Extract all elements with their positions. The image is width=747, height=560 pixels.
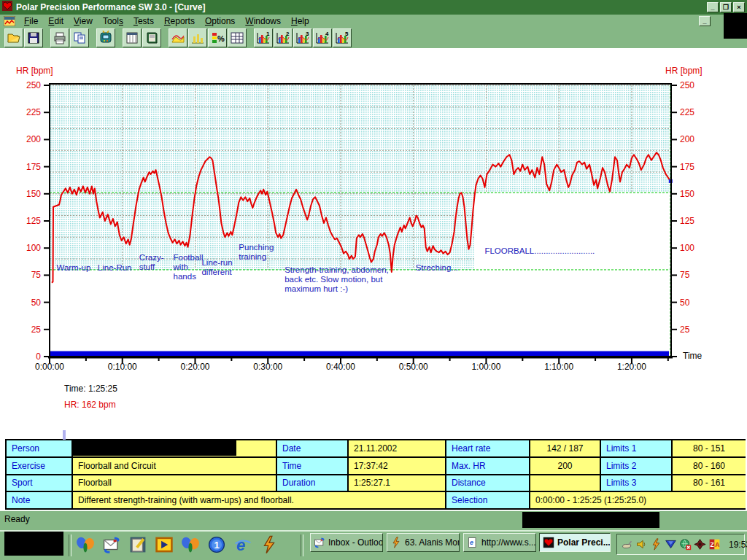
table-cell-sport: Sport — [7, 475, 71, 491]
svg-text:e: e — [236, 536, 245, 554]
table-cell-value: 0:00:00 - 1:25:25 (1:25:25.0) — [530, 492, 746, 508]
quicklaunch-winamp-icon[interactable] — [258, 534, 280, 556]
table-cell-limits-1: Limits 1 — [601, 440, 671, 456]
table-cell-value: Floorball and Circuit — [73, 458, 276, 474]
menu-item-edit[interactable]: Edit — [43, 15, 69, 27]
svg-text:HR: 162 bpm: HR: 162 bpm — [64, 400, 116, 410]
percent-icon: % — [210, 31, 225, 45]
table-cell-value: 17:37:42 — [349, 458, 445, 474]
mdi-minimize-button[interactable]: _ — [699, 16, 711, 26]
svg-text:FLOORBALL.....................: FLOORBALL.......................... — [484, 246, 595, 255]
svg-text:200: 200 — [680, 134, 694, 144]
table-cell-value: Different strength-training (with warm-u… — [73, 492, 445, 508]
svg-text:Crazy-: Crazy- — [139, 253, 164, 262]
menu-bar: FileEditViewToolsTestsReportsOptionsWind… — [0, 15, 747, 28]
svg-text:with: with — [173, 262, 188, 271]
svg-text:0:10:00: 0:10:00 — [108, 362, 137, 372]
redaction-box-start-button[interactable] — [4, 532, 63, 556]
svg-text:Time: 1:25:25: Time: 1:25:25 — [64, 384, 117, 394]
tray-down-triangle-icon[interactable] — [665, 538, 677, 551]
table-cell-value: 142 / 187 — [530, 440, 600, 456]
close-button[interactable]: × — [733, 2, 745, 12]
table-cell-note: Note — [7, 492, 71, 508]
toolbar-button-bar-chart[interactable] — [188, 28, 207, 47]
tray-bird-icon[interactable] — [694, 538, 706, 551]
task-button-http-www-s-[interactable]: ehttp://www.s... — [463, 533, 536, 552]
minimize-button[interactable]: _ — [707, 2, 719, 12]
task-button-polar-preci-[interactable]: Polar Preci... — [539, 533, 611, 552]
table-cell-duration: Duration — [277, 475, 347, 491]
svg-text:Football: Football — [174, 253, 204, 262]
toolbar-button-device[interactable] — [96, 28, 115, 47]
toolbar-button-save[interactable] — [24, 28, 43, 47]
menu-item-tools[interactable]: Tools — [98, 15, 128, 27]
svg-text:25: 25 — [31, 324, 42, 335]
quicklaunch-msn-butterfly-icon[interactable] — [74, 534, 96, 556]
menu-item-options[interactable]: Options — [200, 15, 240, 27]
table-cell-heart-rate: Heart rate — [446, 440, 529, 456]
svg-text:150: 150 — [26, 189, 41, 199]
toolbar-button-chart-1[interactable]: 1 — [254, 28, 273, 47]
quicklaunch-outlook-icon[interactable] — [101, 534, 123, 556]
svg-text:125: 125 — [26, 216, 41, 226]
toolbar-button-open[interactable] — [4, 28, 23, 47]
table-cell-value: 200 — [530, 458, 600, 474]
toolbar-button-diary[interactable] — [123, 28, 142, 47]
toolbar-button-percent[interactable]: % — [208, 28, 227, 47]
chart-5-icon: 5 — [335, 31, 349, 45]
quicklaunch-one-circle-icon[interactable]: 1 — [206, 534, 228, 556]
svg-text:Warm-up: Warm-up — [56, 263, 90, 272]
winamp-icon — [390, 537, 402, 548]
polar-heart-icon — [543, 537, 554, 548]
quicklaunch-msn-butterfly-icon[interactable] — [179, 534, 201, 556]
menu-item-tests[interactable]: Tests — [128, 15, 159, 27]
chart-2-icon: 2 — [276, 31, 290, 45]
svg-text:1:00:00: 1:00:00 — [471, 362, 500, 372]
toolbar-button-area-chart[interactable] — [169, 28, 187, 47]
svg-text:175: 175 — [680, 162, 694, 172]
table-cell-value: 80 - 161 — [673, 475, 746, 491]
menu-item-reports[interactable]: Reports — [159, 15, 200, 27]
task-button-inbox-outloo-[interactable]: Inbox - Outloo... — [310, 533, 383, 552]
svg-text:Strength-training, abdomen,: Strength-training, abdomen, — [285, 265, 389, 274]
system-tray: ZA19:53 — [616, 534, 745, 555]
toolbar-button-chart-2[interactable]: 2 — [274, 28, 293, 47]
svg-text:maximum hurt :-): maximum hurt :-) — [285, 284, 348, 293]
tray-speaker-icon[interactable] — [635, 538, 648, 551]
toolbar-button-chart-5[interactable]: 5 — [333, 28, 352, 47]
menu-item-file[interactable]: File — [19, 15, 43, 27]
quicklaunch-compose-icon[interactable] — [127, 534, 149, 556]
tray-pointer-icon[interactable] — [621, 538, 633, 551]
toolbar-button-print[interactable] — [50, 28, 69, 47]
svg-text:5: 5 — [345, 31, 349, 37]
svg-text:100: 100 — [680, 243, 694, 253]
toolbar-button-chart-4[interactable]: 4 — [313, 28, 332, 47]
quicklaunch-ie-icon[interactable]: e — [232, 534, 254, 556]
svg-text:different: different — [201, 268, 232, 276]
redaction-box — [73, 440, 236, 456]
svg-text:Z: Z — [711, 541, 714, 548]
menu-item-view[interactable]: View — [69, 15, 98, 27]
tray-network-x-icon[interactable] — [679, 538, 692, 551]
toolbar: %12345 — [0, 28, 747, 48]
task-button-63-alanis-mor-[interactable]: 63. Alanis Mor... — [387, 533, 460, 552]
window-title: Polar Precision Performance SW 3.0 - [Cu… — [16, 2, 205, 12]
menu-item-windows[interactable]: Windows — [240, 15, 286, 27]
toolbar-button-book[interactable] — [142, 28, 161, 47]
table-cell-value: 80 - 160 — [673, 458, 746, 474]
toolbar-button-grid[interactable] — [228, 28, 247, 47]
quicklaunch-media-player-icon[interactable] — [153, 534, 175, 556]
chart-3-icon: 3 — [295, 31, 310, 45]
toolbar-button-chart-3[interactable]: 3 — [293, 28, 312, 47]
menu-item-help[interactable]: Help — [286, 15, 314, 27]
tray-winamp-icon[interactable] — [650, 538, 662, 551]
toolbar-button-copy[interactable] — [70, 28, 89, 47]
restore-button[interactable]: ❐ — [720, 2, 732, 12]
svg-text:Line-run: Line-run — [201, 258, 232, 267]
svg-text:1:20:00: 1:20:00 — [617, 362, 646, 372]
svg-text:3: 3 — [306, 31, 309, 37]
svg-text:1: 1 — [266, 31, 270, 37]
tray-zonealarm-icon[interactable]: ZA — [708, 538, 721, 551]
ie-doc-icon: e — [467, 537, 479, 548]
svg-text:e: e — [470, 539, 473, 546]
